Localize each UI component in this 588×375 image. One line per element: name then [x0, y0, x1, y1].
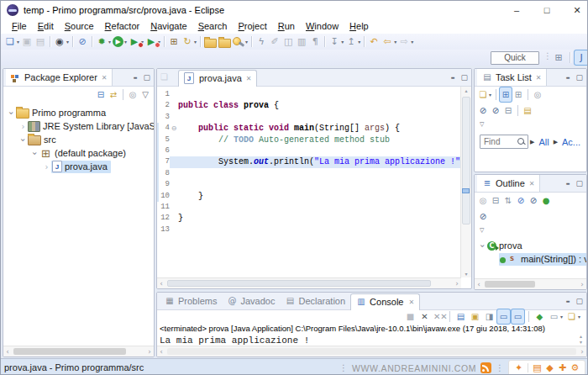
skip-all-breakpoints[interactable]: ⊘	[76, 34, 89, 49]
editor-vscrollbar[interactable]: ▴ ▾	[460, 87, 471, 277]
editor-hscrollbar[interactable]: ‹ ›	[157, 277, 461, 288]
scrollbar-thumb[interactable]	[462, 97, 470, 224]
collapse-all[interactable]: ⊟	[95, 87, 107, 102]
scrollbar-thumb[interactable]	[485, 281, 535, 288]
hide-fields[interactable]: ⊘	[515, 193, 527, 208]
tree-item-main-string-void[interactable]: Smain(String[]) : void	[475, 252, 586, 266]
tree-expander-icon[interactable]: ›	[18, 135, 28, 145]
collapse-all-outline[interactable]: ⊟	[490, 193, 501, 208]
focus[interactable]: ◎	[477, 193, 489, 208]
user-account-dropdown-icon[interactable]: ▾	[66, 39, 69, 45]
maximize-editor-button[interactable]: ▢	[460, 73, 468, 82]
previous-annotation[interactable]: ▥	[295, 34, 308, 49]
new-wizard[interactable]: ❏▾	[3, 34, 20, 49]
close-view-icon[interactable]: ✕	[102, 74, 108, 82]
open-console[interactable]: ❏▾	[565, 309, 581, 324]
maximize-button[interactable]: □	[535, 1, 559, 19]
code-editor[interactable]: 12public class prova {34⊖ public static …	[157, 87, 471, 288]
outline-hscrollbar[interactable]: ‹ ›	[475, 278, 586, 289]
code-line-6[interactable]: 6	[157, 145, 471, 156]
hand-icon[interactable]: ✦	[512, 362, 525, 374]
link-all[interactable]: All	[538, 137, 549, 147]
scroll-left-arrow[interactable]: ‹	[3, 346, 12, 357]
minimize-view-button[interactable]: ▬	[134, 75, 138, 80]
minimize-view-button[interactable]: ▬	[566, 181, 570, 186]
search-dropdown-icon[interactable]: ▾	[245, 39, 248, 45]
tab-task-list[interactable]: ▤ Task List ✕	[477, 69, 547, 86]
toolbar-expander[interactable]: ▽	[475, 224, 586, 235]
tab-declaration[interactable]: ▤Declaration	[280, 293, 350, 309]
collapse-all-tasks[interactable]: ⊟	[502, 103, 514, 118]
code-line-8[interactable]: 8	[157, 168, 471, 179]
tab-package-explorer[interactable]: Package Explorer ✕	[6, 69, 113, 86]
tree-item-prova-java[interactable]: ›Jprova.java	[3, 160, 154, 173]
scroll-right-arrow[interactable]: ›	[578, 346, 586, 357]
menu-refactor[interactable]: Refactor	[100, 20, 146, 33]
tree-item-primo-programma[interactable]: ›Primo programma	[3, 106, 154, 119]
focus-on-workweek[interactable]: ◎	[532, 87, 543, 102]
new-wizard-dropdown-icon[interactable]: ▾	[17, 39, 19, 45]
run-last-launched[interactable]: ▶▾	[128, 34, 144, 49]
menu-run[interactable]: Run	[273, 20, 301, 33]
back-history[interactable]: ⇦▾	[381, 34, 397, 49]
pin-console[interactable]: ◆	[533, 309, 546, 324]
tree-expander-icon[interactable]: ›	[18, 122, 28, 131]
code-line-12[interactable]: 12}	[157, 213, 471, 224]
close-window-button[interactable]: ✕	[565, 1, 588, 19]
forward-history[interactable]: ⇨▾	[397, 34, 414, 49]
code-line-3[interactable]: 3	[157, 112, 471, 123]
expand-all-arrow-icon[interactable]: ▶	[530, 139, 534, 145]
toolbar-expander[interactable]: ▽	[475, 119, 586, 129]
code-line-5[interactable]: 5 // TODO Auto-generated method stub	[157, 135, 471, 145]
menu-help[interactable]: Help	[344, 20, 375, 33]
tree-item-jre-system-library-javase-10[interactable]: ›JRE System Library [JavaSE-10	[3, 119, 154, 133]
hide-non-public[interactable]: ●	[540, 193, 552, 208]
education-icon[interactable]: ◆	[543, 362, 556, 374]
console-output-area[interactable]: <terminated> prova [Java Application] C:…	[157, 323, 586, 346]
hide-completed-tasks[interactable]: ⊘	[477, 103, 489, 118]
menu-search[interactable]: Search	[193, 20, 234, 33]
link-with-editor[interactable]: ⇄	[108, 87, 119, 102]
code-line-13[interactable]: 13	[157, 224, 471, 235]
java-perspective[interactable]: J	[575, 50, 588, 65]
scheduled-presentation[interactable]: ⊞	[512, 87, 524, 102]
scroll-right-arrow[interactable]: ›	[578, 279, 586, 289]
scroll-up-arrow[interactable]: ▴	[461, 87, 471, 93]
maximize-view-button[interactable]: ▢	[575, 179, 583, 188]
scroll-right-arrow[interactable]: ›	[453, 278, 461, 288]
menu-source[interactable]: Source	[60, 20, 100, 33]
back-history-dropdown-icon[interactable]: ▾	[394, 39, 396, 45]
package-explorer-hscrollbar[interactable]: ‹ ›	[3, 346, 154, 357]
tab-outline[interactable]: ≣ Outline ✕	[477, 175, 540, 192]
close-view-icon[interactable]: ✕	[408, 298, 414, 306]
scrollbar-thumb[interactable]	[167, 348, 576, 355]
new-java-class-dropdown-icon[interactable]: ▾	[194, 39, 197, 45]
last-edit-location[interactable]: ↧▾	[328, 34, 344, 49]
maximize-view-button[interactable]: ▢	[575, 73, 583, 82]
open-resource[interactable]	[218, 34, 232, 49]
debug-dropdown-icon[interactable]: ▾	[108, 39, 111, 45]
link-activated[interactable]: Ac...	[562, 137, 580, 147]
maximize-view-button[interactable]: ▢	[143, 73, 150, 82]
scroll-lock[interactable]: ▣	[469, 309, 481, 324]
forward-history-dropdown-icon[interactable]: ▾	[411, 39, 413, 45]
code-line-9[interactable]: 9	[157, 179, 471, 190]
rss-icon[interactable]	[480, 362, 491, 373]
minimize-view-button[interactable]: ▬	[566, 298, 570, 304]
show-on-stderr[interactable]: ▭	[512, 309, 524, 324]
fold-marker-icon[interactable]: ⊖	[170, 123, 178, 134]
tab-console[interactable]: ▥Console✕	[350, 293, 420, 310]
tools-icon[interactable]: ✚	[556, 362, 569, 374]
new-java-class[interactable]: ↻▾	[181, 34, 197, 49]
open-perspective[interactable]: ⊞	[552, 50, 565, 65]
clear-console[interactable]: ▤	[454, 309, 467, 324]
open-console-dropdown-icon[interactable]: ▾	[578, 314, 580, 320]
maximize-view-button[interactable]: ▢	[575, 297, 583, 305]
code-line-7[interactable]: 7 System.out.println("La mia prima appli…	[157, 156, 471, 167]
menu-file[interactable]: File	[7, 20, 33, 33]
clean-up[interactable]: ✐	[268, 34, 281, 49]
last-edit-location-dropdown-icon[interactable]: ▾	[341, 39, 344, 45]
close-view-icon[interactable]: ✕	[536, 74, 542, 82]
remove-launch[interactable]: ✕	[418, 309, 431, 324]
code-line-2[interactable]: 2public class prova {	[157, 100, 471, 111]
